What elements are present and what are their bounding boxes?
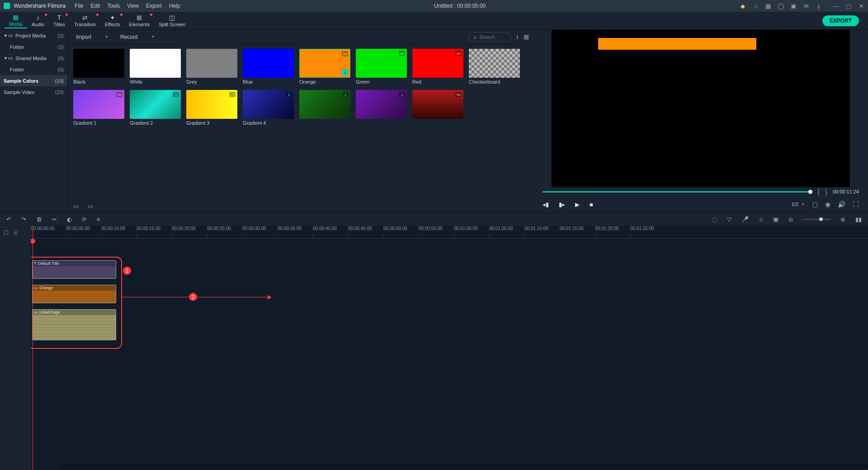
tab-split-screen[interactable]: ◫Split Screen [154,13,190,28]
fullscreen-icon[interactable]: ⛶ [853,201,859,208]
swatch-orange[interactable]: ▭✓Orange [299,49,350,85]
tab-audio[interactable]: ♪Audio [27,13,49,28]
swatch-red[interactable]: ▭Red [412,49,463,85]
tab-titles[interactable]: TTitles [49,13,70,28]
settings-icon[interactable]: ≡ [97,216,100,223]
menu-view[interactable]: View [127,3,139,9]
search-box[interactable]: ⌕ [468,32,511,42]
folder-add-icon[interactable]: ▭ [73,203,79,210]
display-icon[interactable]: ▢ [812,201,818,208]
swatch-gradient-1[interactable]: ▭Gradient 1 [73,90,124,126]
timeline-toggle-icon[interactable]: ▢ [4,229,9,235]
link-icon[interactable]: ⍇ [14,229,17,235]
ruler-tick: 00:00:25:00 [207,226,231,231]
undo-icon[interactable]: ↶ [6,216,11,223]
search-input[interactable] [479,34,506,40]
swatch-blue[interactable]: Blue [243,49,294,85]
tab-transition[interactable]: ⇄Transition [70,13,100,28]
folder-icon[interactable]: ▭ [88,203,93,210]
minimize-icon[interactable]: — [833,3,839,9]
play-icon[interactable]: ▶ [575,201,580,208]
menu-file[interactable]: File [75,3,83,9]
redo-icon[interactable]: ↷ [21,216,26,223]
next-frame-icon[interactable]: ▮▸ [559,201,565,208]
swatch-grey[interactable]: Grey [186,49,237,85]
bulb-icon[interactable]: ◆ [740,3,746,9]
tree-shared-media[interactable]: ▼▭Shared Media(0) [0,52,67,64]
swatch-item[interactable]: ⭳ [356,90,407,126]
swatch-green[interactable]: ▭Green [356,49,407,85]
track-row-1[interactable]: ▢1🔓◆ ▭Lined Page [31,306,868,343]
stop-icon[interactable]: ■ [590,201,593,208]
clip-lined-page[interactable]: ▭Lined Page [32,309,116,340]
track-row-2[interactable]: ▢2🔓◆ ▭Orange [31,282,868,306]
zoom-slider[interactable] [803,219,830,220]
menu-export[interactable]: Export [146,3,162,9]
tree-project-media[interactable]: ▼▭Project Media(2) [0,30,67,41]
tab-effects[interactable]: ✦Effects [100,13,124,28]
elements-icon: ⊞ [137,14,142,21]
user-icon[interactable]: ◯ [778,3,784,9]
tree-folder[interactable]: Folder(0) [0,64,67,75]
mark-in-icon[interactable]: { [818,188,820,195]
swatch-item[interactable]: ▭ [412,90,463,126]
mark-out-icon[interactable]: } [825,188,827,195]
clip-orange[interactable]: ▭Orange [32,285,116,303]
render-icon[interactable]: ◌ [712,216,717,223]
mail-icon[interactable]: ✉ [803,3,809,9]
headphones-icon[interactable]: ♫ [752,3,759,9]
timeline-scrollbar[interactable] [61,464,868,468]
tree-sample-colors[interactable]: Sample Colors(15) [0,75,67,86]
timeline-ruler[interactable]: 00:00:00:0000:00:05:0000:00:10:0000:00:1… [31,226,868,239]
snapshot-icon[interactable]: ◉ [825,201,830,208]
swatch-gradient-3[interactable]: ⭳Gradient 3 [186,90,237,126]
menu-tools[interactable]: Tools [107,3,120,9]
gift-icon[interactable]: ▦ [765,3,771,9]
voiceover-icon[interactable]: 🎤 [741,216,749,223]
swatch-white[interactable]: White [130,49,181,85]
prev-frame-icon[interactable]: ◂▮ [542,201,549,208]
zoom-knob[interactable] [819,217,823,221]
speed-icon[interactable]: ⟳ [82,216,87,223]
download-badge-icon: ⭳ [229,92,236,97]
menu-help[interactable]: Help [169,3,180,9]
keyframe-icon[interactable]: ▣ [773,216,778,223]
zoom-fit-icon[interactable]: ▮▮ [855,216,862,223]
close-icon[interactable]: ✕ [858,3,864,9]
swatch-black[interactable]: Black [73,49,124,85]
zoom-in-icon[interactable]: ⊕ [840,216,845,223]
scrub-knob[interactable] [808,190,812,194]
import-dropdown[interactable]: Import▼ [72,33,112,42]
tree-folder[interactable]: Folder(2) [0,41,67,52]
volume-icon[interactable]: 🔊 [838,201,845,208]
delete-icon[interactable]: 🗑 [36,216,42,223]
swatch-checkerboard[interactable]: Checkerboard [469,49,520,85]
preview-canvas[interactable] [552,30,850,187]
scrub-bar[interactable] [542,191,812,193]
zoom-out-icon[interactable]: ⊖ [788,216,793,223]
audio-mixer-icon[interactable]: ♫ [759,216,763,223]
tree-sample-video[interactable]: Sample Video(20) [0,86,67,98]
swatch-gradient-4[interactable]: ⭳Gradient 4 [243,90,294,126]
export-button[interactable]: EXPORT [822,15,859,26]
clip-default-title[interactable]: TDefault Title [32,260,116,279]
marker-icon[interactable]: ▽ [727,216,731,223]
swatch-item[interactable]: ⭳ [299,90,350,126]
cut-icon[interactable]: ✂ [52,216,57,223]
menu-edit[interactable]: Edit [91,3,100,9]
download-icon[interactable]: ⭳ [816,3,822,9]
record-dropdown[interactable]: Record▼ [117,33,159,42]
tab-elements[interactable]: ⊞Elements [124,13,154,28]
save-icon[interactable]: ▣ [790,3,797,9]
menu-bar: File Edit Tools View Export Help [75,3,180,9]
scale-dropdown[interactable]: 1/2▼ [792,202,805,207]
tab-media[interactable]: ▦Media [5,13,27,28]
track-row-3[interactable]: ▢3🔓◆ TDefault Title [31,258,868,282]
grid-view-icon[interactable]: ▦ [524,33,529,40]
filter-icon[interactable]: ⫿ [516,33,519,40]
playhead[interactable] [33,226,33,470]
crop-icon[interactable]: ◐ [67,216,72,223]
maximize-icon[interactable]: ▢ [845,3,852,9]
swatch-gradient-2[interactable]: ⭳Gradient 2 [130,90,181,126]
track-row-audio-1[interactable]: ♪1🔓🔊 [31,343,868,360]
